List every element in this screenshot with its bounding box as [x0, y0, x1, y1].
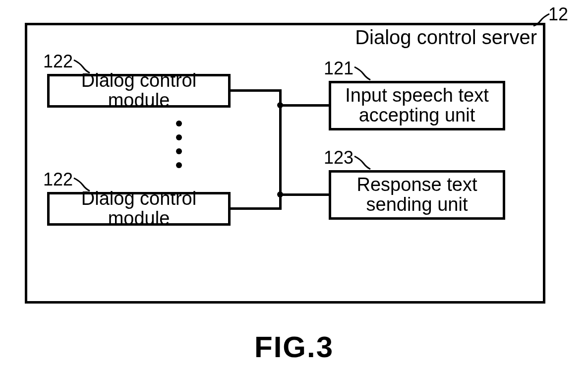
block-dialog-control-module-top: Dialog control module: [47, 74, 231, 108]
ref-response-unit: 123: [324, 147, 353, 168]
ref-input-unit: 121: [324, 58, 353, 79]
ellipsis-dot: [176, 121, 182, 126]
junction-dot-top: [277, 102, 283, 108]
wire-bus-to-input: [279, 104, 329, 107]
block-label: Dialog control module: [53, 71, 225, 111]
ref-module-top: 122: [43, 51, 73, 72]
figure-caption: FIG.3: [0, 330, 588, 364]
ref-hook-response-unit: [353, 155, 371, 170]
ellipsis-dot: [176, 134, 182, 140]
block-label: Response text sending unit: [357, 175, 477, 215]
ellipsis-dots: [176, 121, 182, 168]
server-box: Dialog control server 122 Dialog control…: [25, 23, 545, 304]
block-input-unit: Input speech text accepting unit: [329, 81, 505, 130]
wire-module-top-to-bus: [231, 89, 281, 92]
block-label: Input speech text accepting unit: [345, 86, 488, 125]
ref-hook-input-unit: [353, 66, 371, 81]
server-title: Dialog control server: [355, 26, 537, 49]
ellipsis-dot: [176, 162, 182, 168]
ref-module-bottom: 122: [43, 169, 73, 190]
block-label: Dialog control module: [53, 189, 225, 229]
block-response-unit: Response text sending unit: [329, 170, 505, 220]
junction-dot-bottom: [277, 191, 283, 197]
wire-module-bottom-to-bus: [231, 207, 281, 210]
block-dialog-control-module-bottom: Dialog control module: [47, 192, 231, 226]
ellipsis-dot: [176, 148, 182, 154]
wire-bus-to-response: [279, 193, 329, 196]
